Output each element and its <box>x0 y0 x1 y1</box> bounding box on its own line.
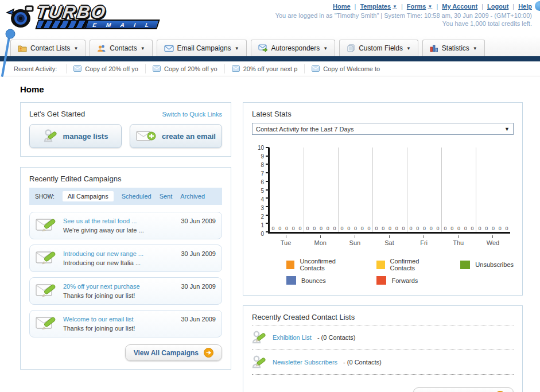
y-axis-tick-label: 3 <box>261 205 264 211</box>
filter-all-campaigns[interactable]: All Campaigns <box>63 191 114 201</box>
switch-to-quick-links-link[interactable]: Switch to Quick Links <box>162 111 222 118</box>
filter-sent[interactable]: Sent <box>160 193 173 200</box>
chart-day-group: 00000 <box>304 148 338 232</box>
contact-list-name-link[interactable]: Newsletter Subscribers <box>273 359 337 366</box>
recent-activity-item[interactable]: Copy of Welcome to <box>304 64 387 73</box>
campaign-row[interactable]: 20% off your next purchase Thanks for jo… <box>29 277 222 305</box>
contact-lists-icon <box>18 44 27 52</box>
campaign-title-link[interactable]: See us at the retail food ... <box>63 218 175 224</box>
arrow-circle-icon <box>204 348 213 358</box>
recent-activity-item[interactable]: Copy of 20% off yo <box>66 64 145 73</box>
tab-contacts[interactable]: Contacts ▼ <box>90 40 152 56</box>
decoration-dot <box>535 1 540 11</box>
campaign-row[interactable]: Introducing our new range ... Introducin… <box>29 244 222 272</box>
data-value-label: 0 <box>450 226 453 231</box>
header-right: Home | Templates▼ | Forms▼ | My Account … <box>275 3 532 27</box>
contact-list-edit-icon <box>252 355 267 370</box>
y-axis-tick-label: 9 <box>261 153 264 160</box>
y-axis-tick-label: 0 <box>261 231 264 237</box>
recent-activity-item[interactable]: 20% off your next p <box>224 64 305 73</box>
nav-link-my-account[interactable]: My Account <box>442 3 477 10</box>
envelope-icon <box>232 65 240 72</box>
data-value-label: 0 <box>271 226 274 231</box>
filter-archived[interactable]: Archived <box>180 193 205 200</box>
contact-list-row[interactable]: Exhibition List - (0 Contacts) <box>252 327 514 348</box>
legend-label: Unsubscribes <box>475 261 514 268</box>
tab-label: Email Campaigns <box>177 44 231 52</box>
campaign-title-link[interactable]: Welcome to our email list <box>63 316 175 323</box>
view-all-campaigns-label: View All Campaigns <box>134 349 199 357</box>
email-campaigns-icon <box>164 45 174 52</box>
chevron-down-icon: ▼ <box>73 46 78 51</box>
nav-link-logout[interactable]: Logout <box>487 3 508 10</box>
y-axis-tick-mark <box>266 197 269 199</box>
data-value-label: 0 <box>416 226 419 231</box>
nav-link-help[interactable]: Help <box>518 3 532 10</box>
x-axis-tick-label: Sun <box>337 235 372 246</box>
campaign-date: 30 Jun 2009 <box>181 315 216 323</box>
legend-label: Bounces <box>301 277 326 284</box>
header-nav: Home | Templates▼ | Forms▼ | My Account … <box>275 3 532 10</box>
campaign-title-link[interactable]: 20% off your next purchase <box>63 283 175 290</box>
y-axis-tick-label: 4 <box>261 196 264 203</box>
filter-scheduled[interactable]: Scheduled <box>122 193 151 200</box>
value-labels-row: 00000 <box>476 226 510 231</box>
tab-label: Autoresponders <box>271 44 320 52</box>
activity-item-label: Copy of 20% off yo <box>85 65 138 72</box>
y-axis-tick-mark <box>266 215 269 216</box>
chevron-down-icon: ▼ <box>428 4 432 9</box>
main-navigation: Contact Lists ▼ Contacts ▼ Email Campaig… <box>0 36 540 56</box>
main-content: Home Let's Get Started Switch to Quick L… <box>0 76 540 392</box>
chevron-down-icon: ▼ <box>504 126 510 132</box>
tab-autoresponders[interactable]: Autoresponders ▼ <box>251 40 336 56</box>
y-axis-tick-label: 8 <box>261 162 264 168</box>
campaign-row[interactable]: Welcome to our email list Thanks for joi… <box>29 310 222 337</box>
nav-link-home[interactable]: Home <box>333 3 351 10</box>
data-value-label: 0 <box>340 226 343 231</box>
left-column: Let's Get Started Switch to Quick Links … <box>20 102 231 370</box>
data-value-label: 0 <box>506 226 508 231</box>
data-value-label: 0 <box>492 226 495 231</box>
campaign-row[interactable]: See us at the retail food ... We're givi… <box>29 212 222 239</box>
y-axis-tick-label: 2 <box>261 214 264 220</box>
contact-list-name-link[interactable]: Exhibition List <box>273 334 312 341</box>
tab-email-campaigns[interactable]: Email Campaigns ▼ <box>157 40 247 56</box>
nav-link-forms[interactable]: Forms▼ <box>407 3 433 10</box>
y-axis-tick-label: 5 <box>261 188 264 194</box>
legend-item: Unsubscribes <box>460 258 514 271</box>
recent-campaigns-title: Recently Edited Campaigns <box>29 174 121 183</box>
recent-contact-lists-title: Recently Created Contact Lists <box>252 313 355 321</box>
chevron-down-icon: ▼ <box>406 46 411 51</box>
nav-link-templates[interactable]: Templates▼ <box>360 3 397 10</box>
recent-activity-item[interactable]: Copy of 20% off yo <box>145 64 224 73</box>
value-labels-row: 00000 <box>373 226 407 231</box>
campaign-subtitle: Thanks for joining our list! <box>63 325 135 332</box>
chart-day-group: 00000 <box>270 148 304 232</box>
data-value-label: 0 <box>395 226 398 231</box>
data-value-label: 0 <box>478 226 481 231</box>
contact-list-row[interactable]: Newsletter Subscribers - (0 Contacts) <box>252 351 514 373</box>
legend-item: Forwards <box>376 276 436 285</box>
create-email-button[interactable]: create an email <box>130 124 222 148</box>
campaign-texts: Welcome to our email list Thanks for joi… <box>63 315 175 333</box>
tab-custom-fields[interactable]: Custom Fields ▼ <box>339 40 418 56</box>
campaign-edit-icon <box>36 249 57 266</box>
value-labels-row: 00000 <box>339 226 372 231</box>
manage-lists-button[interactable]: manage lists <box>29 124 122 148</box>
data-value-label: 0 <box>354 226 357 231</box>
envelope-icon <box>312 65 320 72</box>
app-logo[interactable]: TURBO E M A I L <box>6 3 158 31</box>
tab-statistics[interactable]: Statistics ▼ <box>422 40 485 56</box>
campaign-title-link[interactable]: Introducing our new range ... <box>63 250 175 257</box>
view-all-campaigns-button[interactable]: View All Campaigns <box>125 344 222 361</box>
chart-y-axis: 109876543210 <box>253 148 268 234</box>
see-all-contact-lists-button[interactable]: See All Contact Lists <box>413 387 514 392</box>
right-column: Latest Stats Contact Activity for the La… <box>243 102 523 392</box>
data-value-label: 0 <box>292 226 295 231</box>
stats-period-select[interactable]: Contact Activity for the Last 7 Days ▼ <box>252 123 514 135</box>
data-value-label: 0 <box>402 226 405 231</box>
tab-contact-lists[interactable]: Contact Lists ▼ <box>10 40 86 56</box>
nav-separator: | <box>436 3 438 10</box>
recent-campaigns-panel: Recently Edited Campaigns SHOW: All Camp… <box>20 167 231 370</box>
statistics-icon <box>430 44 438 52</box>
